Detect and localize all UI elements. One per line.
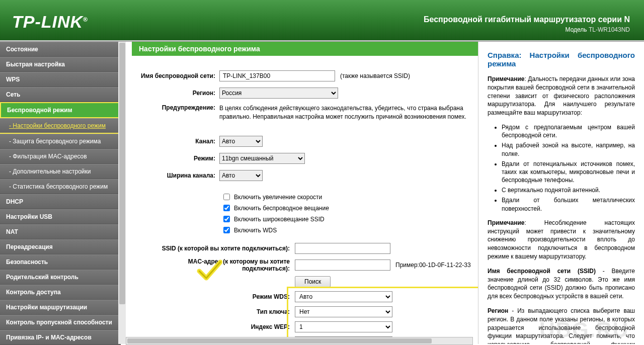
wds-search-button[interactable]: Поиск (295, 276, 331, 287)
sidebar-item-18[interactable]: Контроль пропускной способности (0, 315, 121, 330)
help-p3: Имя беспроводной сети (SSID) - Введите з… (488, 267, 635, 301)
sidebar-item-15[interactable]: Родительский контроль (0, 270, 121, 285)
sidebar-item-10[interactable]: DHCP (0, 194, 121, 209)
help-p1: Примечание: Дальность передачи данных ил… (488, 75, 635, 117)
help-title: Справка: Настройки беспроводного режима (488, 51, 635, 68)
main-content: Настройки беспроводного режима Имя беспр… (126, 42, 478, 344)
sidebar-item-0[interactable]: Состояние (0, 42, 121, 57)
sidebar-item-13[interactable]: Переадресация (0, 239, 121, 254)
mode-select[interactable]: 11bgn смешанный (219, 153, 305, 164)
sidebar-item-8[interactable]: - Дополнительные настройки (0, 164, 121, 179)
ssid-note: (также называется SSID) (340, 72, 410, 79)
chk-speed-label: Включить увеличение скорости (234, 194, 322, 201)
wds-mac-input[interactable] (295, 260, 390, 271)
sidebar: СостояниеБыстрая настройкаWPSСетьБеспров… (0, 42, 121, 345)
help-p2: Примечание: Несоблюдение настоящих инстр… (488, 219, 635, 261)
chwidth-select[interactable]: Авто (219, 170, 263, 181)
help-bullets: Рядом с предполагаемым центром вашей бес… (502, 123, 635, 213)
sidebar-wrap: СостояниеБыстрая настройкаWPSСетьБеспров… (0, 42, 126, 344)
logo: TP-LINK® (12, 12, 88, 32)
wds-wep-select[interactable]: 1 (295, 321, 392, 332)
mode-label: Режим: (132, 155, 219, 162)
chwidth-label: Ширина канала: (132, 172, 219, 179)
wds-key-type-select[interactable]: Нет (295, 306, 392, 317)
ssid-label: Имя беспроводной сети: (132, 72, 219, 79)
chk-ssid-bcast[interactable] (223, 216, 230, 222)
sidebar-item-16[interactable]: Контроль доступа (0, 285, 121, 300)
help-bullet-1: Над рабочей зоной на высоте, например, н… (502, 141, 635, 157)
wds-mode-select[interactable]: Авто (295, 291, 392, 302)
sidebar-item-1[interactable]: Быстрая настройка (0, 57, 121, 72)
chk-radio-label: Включить беспроводное вещание (234, 205, 329, 212)
wds-mac-example: Пример:00-1D-0F-11-22-33 (395, 262, 471, 269)
region-label: Регион: (132, 90, 219, 97)
warn-label: Предупреждение: (132, 104, 219, 111)
sidebar-item-17[interactable]: Настройки маршрутизации (0, 300, 121, 315)
page-title: Настройки беспроводного режима (132, 42, 478, 56)
chk-speed[interactable] (223, 194, 230, 200)
wds-ssid-label: SSID (к которой вы хотите подключиться): (148, 245, 295, 252)
header: TP-LINK® Беспроводной гигабитный маршрут… (0, 0, 644, 41)
main-h-scrollbar[interactable] (126, 337, 473, 345)
sidebar-item-19[interactable]: Привязка IP- и MAC-адресов (0, 330, 121, 345)
chk-ssid-bcast-label: Включить широковещание SSID (234, 216, 325, 223)
sidebar-item-9[interactable]: - Статистика беспроводного режим (0, 179, 121, 194)
sidebar-scrollbar[interactable] (118, 42, 126, 344)
sidebar-item-3[interactable]: Сеть (0, 87, 121, 102)
sidebar-item-5[interactable]: - Настройки беспроводного режим (0, 118, 121, 134)
region-select[interactable]: Россия (219, 88, 338, 99)
wds-mac-label: MAC-адрес (к которому вы хотите подключи… (148, 258, 295, 272)
wds-mode-label: Режим WDS: (148, 293, 295, 300)
sidebar-item-2[interactable]: WPS (0, 72, 121, 87)
chk-wds-label: Включить WDS (234, 227, 277, 234)
sidebar-item-4[interactable]: Беспроводной режим (0, 102, 121, 118)
help-bullet-3: С вертикально поднятой антенной. (502, 186, 635, 194)
chk-radio[interactable] (223, 205, 230, 211)
help-bullet-0: Рядом с предполагаемым центром вашей бес… (502, 123, 635, 139)
wds-key-type-label: Тип ключа: (148, 308, 295, 315)
wds-ssid-input[interactable] (295, 243, 390, 254)
header-title: Беспроводной гигабитный маршрутизатор се… (424, 15, 630, 24)
channel-label: Канал: (132, 138, 219, 145)
sidebar-item-6[interactable]: - Защита беспроводного режима (0, 134, 121, 149)
warn-text: В целях соблюдения действующего законода… (219, 104, 471, 121)
sidebar-item-11[interactable]: Настройки USB (0, 209, 121, 224)
channel-select[interactable]: Авто (219, 136, 263, 147)
chk-wds[interactable] (223, 227, 230, 233)
header-right: Беспроводной гигабитный маршрутизатор се… (424, 15, 630, 33)
help-bullet-4: Вдали от больших металлических поверхнос… (502, 196, 635, 212)
wds-box: SSID (к которой вы хотите подключиться):… (147, 238, 478, 344)
header-model: Модель TL-WR1043ND (424, 26, 630, 33)
sidebar-item-14[interactable]: Безопасность (0, 254, 121, 270)
sidebar-item-12[interactable]: NAT (0, 224, 121, 239)
help-bullet-2: Вдали от потенциальных источников помех,… (502, 160, 635, 185)
wds-wep-label: Индекс WEP: (148, 323, 295, 330)
help-p4: Регион - Из выпадающего списка выберите … (488, 307, 635, 344)
ssid-input[interactable] (219, 70, 335, 81)
help-panel: Справка: Настройки беспроводного режима … (478, 42, 644, 344)
sidebar-item-7[interactable]: - Фильтрация MAC-адресов (0, 149, 121, 164)
